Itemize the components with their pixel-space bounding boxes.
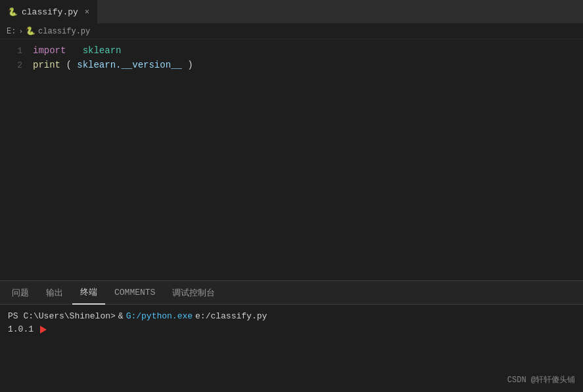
tab-filename: classify.py	[22, 7, 78, 17]
open-paren: (	[66, 60, 71, 70]
sklearn-version-attr: sklearn.__version__	[77, 60, 182, 70]
python-file-icon: 🐍	[8, 7, 18, 17]
tab-zhongduan[interactable]: 终端	[72, 281, 105, 305]
code-line-1: 1 import sklearn	[0, 43, 583, 58]
tab-wenti-label: 问题	[12, 287, 29, 299]
code-editor[interactable]: 1 import sklearn 2 print ( sklearn.__ver…	[0, 39, 583, 280]
tab-shuchu[interactable]: 输出	[38, 281, 71, 305]
breadcrumb-chevron: ›	[18, 28, 23, 35]
terminal-python-exe: G:/python.exe	[126, 310, 193, 323]
breadcrumb: E: › 🐍 classify.py	[0, 24, 583, 39]
terminal-output-line: 1.0.1	[8, 323, 575, 336]
tab-shuchu-label: 输出	[46, 287, 63, 299]
panel-tab-bar: 问题 输出 终端 COMMENTS 调试控制台	[0, 281, 583, 305]
code-line-2: 2 print ( sklearn.__version__ )	[0, 58, 583, 72]
code-content-2: print ( sklearn.__version__ )	[33, 58, 583, 72]
breadcrumb-filename: classify.py	[38, 27, 90, 36]
terminal-amp: &	[118, 310, 124, 323]
terminal-script-path: e:/classify.py	[195, 310, 267, 323]
tab-close-button[interactable]: ×	[85, 8, 89, 17]
tab-bar: 🐍 classify.py ×	[0, 0, 583, 24]
line-number-2: 2	[0, 58, 33, 73]
tab-debug-label: 调试控制台	[172, 287, 215, 299]
code-content-1: import sklearn	[33, 43, 583, 58]
breadcrumb-drive: E:	[7, 27, 16, 36]
watermark-text: CSDN @轩轩傻头铺	[507, 376, 575, 385]
tab-wenti[interactable]: 问题	[4, 281, 37, 305]
breadcrumb-file-icon: 🐍	[26, 26, 35, 36]
module-sklearn: sklearn	[83, 45, 122, 56]
tab-comments-label: COMMENTS	[114, 288, 155, 297]
terminal-command-line: PS C:\Users\Shinelon> & G:/python.exe e:…	[8, 310, 575, 323]
tab-classify-py[interactable]: 🐍 classify.py ×	[0, 0, 97, 24]
keyword-import: import	[33, 45, 66, 56]
terminal-output-version: 1.0.1	[8, 323, 34, 336]
watermark: CSDN @轩轩傻头铺	[507, 374, 575, 387]
func-print: print	[33, 60, 60, 70]
close-paren: )	[187, 60, 193, 70]
code-space	[72, 45, 77, 56]
tab-debug[interactable]: 调试控制台	[164, 281, 223, 305]
terminal-prompt: PS C:\Users\Shinelon>	[8, 310, 116, 323]
terminal-content[interactable]: PS C:\Users\Shinelon> & G:/python.exe e:…	[0, 305, 583, 392]
tab-comments[interactable]: COMMENTS	[106, 281, 163, 305]
arrow-right-icon	[40, 326, 47, 334]
terminal-panel: 问题 输出 终端 COMMENTS 调试控制台 PS C:\Users\Shin…	[0, 280, 583, 392]
tab-zhongduan-label: 终端	[80, 286, 97, 298]
line-number-1: 1	[0, 44, 33, 58]
